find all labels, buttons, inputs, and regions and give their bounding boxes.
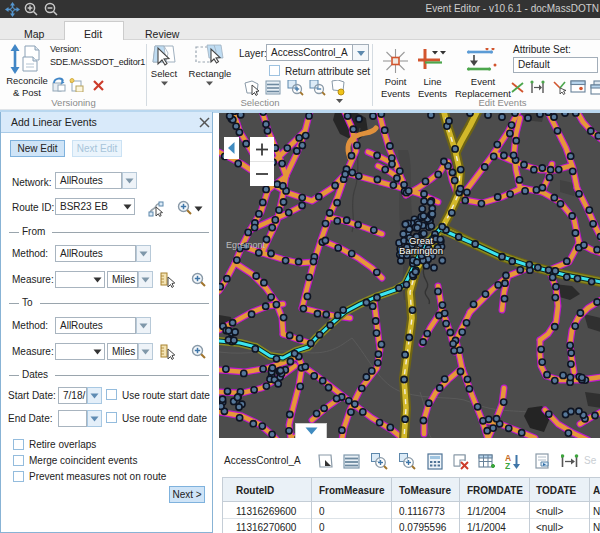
svg-text:Z: Z — [505, 461, 510, 471]
svg-text:Egremont: Egremont — [226, 240, 266, 250]
svg-text:Barrington: Barrington — [399, 245, 443, 256]
